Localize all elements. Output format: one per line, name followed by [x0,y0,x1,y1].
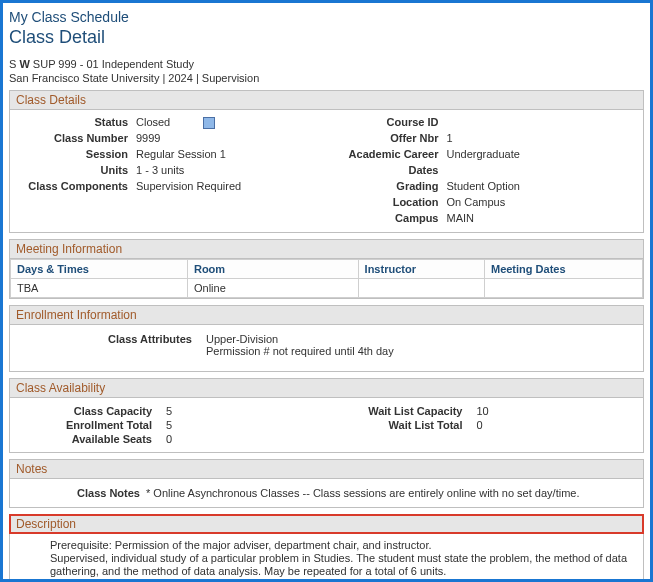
waitlist-total-value: 0 [477,419,507,431]
availability-left: Class Capacity5 Enrollment Total5 Availa… [16,404,327,446]
units-value: 1 - 3 units [136,163,327,177]
class-attribute-2: Permission # not required until 4th day [206,345,637,357]
class-attribute-1: Upper-Division [206,333,637,345]
course-bold: W [19,58,29,70]
status-text: Closed [136,116,170,128]
waitlist-capacity-label: Wait List Capacity [327,405,477,417]
waitlist-total-label: Wait List Total [327,419,477,431]
components-value: Supervision Required [136,179,327,193]
description-header: Description [9,514,644,534]
enrollment-body: Class Attributes Upper-Division Permissi… [10,325,643,371]
location-label: Location [327,195,447,209]
cell-instructor [358,279,484,298]
career-value: Undergraduate [447,147,638,161]
col-days-times[interactable]: Days & Times [11,260,188,279]
cell-days-times: TBA [11,279,188,298]
class-details-right: Course ID Offer Nbr1 Academic CareerUnde… [327,114,638,226]
meeting-header-row: Days & Times Room Instructor Meeting Dat… [11,260,643,279]
class-number-label: Class Number [16,131,136,145]
available-seats-label: Available Seats [16,433,166,445]
university-line: San Francisco State University | 2024 | … [9,72,644,84]
offernbr-value: 1 [447,131,638,145]
available-seats-value: 0 [166,433,196,445]
class-details-body: Status Closed Class Number9999 SessionRe… [10,110,643,232]
description-line-2: Supervised, individual study of a partic… [50,552,637,578]
course-rest: SUP 999 - 01 Independent Study [30,58,194,70]
course-prefix: S [9,58,16,70]
dates-value [447,163,638,177]
description-section: Description Prerequisite: Permission of … [9,514,644,581]
course-heading: S W SUP 999 - 01 Independent Study [9,58,644,70]
description-body: Prerequisite: Permission of the major ad… [10,533,643,580]
capacity-label: Class Capacity [16,405,166,417]
waitlist-capacity-value: 10 [477,405,507,417]
meeting-header: Meeting Information [10,240,643,259]
campus-value: MAIN [447,211,638,225]
description-line-1: Prerequisite: Permission of the major ad… [50,539,637,552]
cell-room: Online [187,279,358,298]
class-details-left: Status Closed Class Number9999 SessionRe… [16,114,327,226]
availability-body: Class Capacity5 Enrollment Total5 Availa… [10,398,643,452]
career-label: Academic Career [327,147,447,161]
class-attributes-values: Upper-Division Permission # not required… [206,333,637,357]
class-details-section: Class Details Status Closed Class Number… [9,90,644,233]
notes-header: Notes [10,460,643,479]
class-notes-text: * Online Asynchronous Classes -- Class s… [146,487,637,499]
grading-label: Grading [327,179,447,193]
enrollment-header: Enrollment Information [10,306,643,325]
col-instructor[interactable]: Instructor [358,260,484,279]
dates-label: Dates [327,163,447,177]
grading-value: Student Option [447,179,638,193]
enroll-total-value: 5 [166,419,196,431]
meeting-table: Days & Times Room Instructor Meeting Dat… [10,259,643,298]
meeting-section: Meeting Information Days & Times Room In… [9,239,644,299]
meeting-row: TBA Online [11,279,643,298]
courseid-label: Course ID [327,115,447,129]
class-details-header: Class Details [10,91,643,110]
app-frame: My Class Schedule Class Detail S W SUP 9… [0,0,653,582]
page-subtitle: Class Detail [9,27,644,48]
enroll-total-label: Enrollment Total [16,419,166,431]
cell-meeting-dates [484,279,642,298]
status-label: Status [16,115,136,129]
courseid-value [447,115,638,129]
campus-label: Campus [327,211,447,225]
status-value: Closed [136,115,327,129]
class-notes-label: Class Notes [16,487,146,499]
notes-body: Class Notes * Online Asynchronous Classe… [10,479,643,507]
col-meeting-dates[interactable]: Meeting Dates [484,260,642,279]
availability-header: Class Availability [10,379,643,398]
class-number-value: 9999 [136,131,327,145]
availability-section: Class Availability Class Capacity5 Enrol… [9,378,644,453]
page-title: My Class Schedule [9,9,644,25]
offernbr-label: Offer Nbr [327,131,447,145]
enrollment-section: Enrollment Information Class Attributes … [9,305,644,372]
capacity-value: 5 [166,405,196,417]
components-label: Class Components [16,179,136,193]
notes-section: Notes Class Notes * Online Asynchronous … [9,459,644,508]
class-attributes-label: Class Attributes [16,333,206,357]
availability-right: Wait List Capacity10 Wait List Total0 [327,404,638,446]
col-room[interactable]: Room [187,260,358,279]
session-label: Session [16,147,136,161]
session-value: Regular Session 1 [136,147,327,161]
units-label: Units [16,163,136,177]
status-closed-icon [203,117,215,129]
location-value: On Campus [447,195,638,209]
